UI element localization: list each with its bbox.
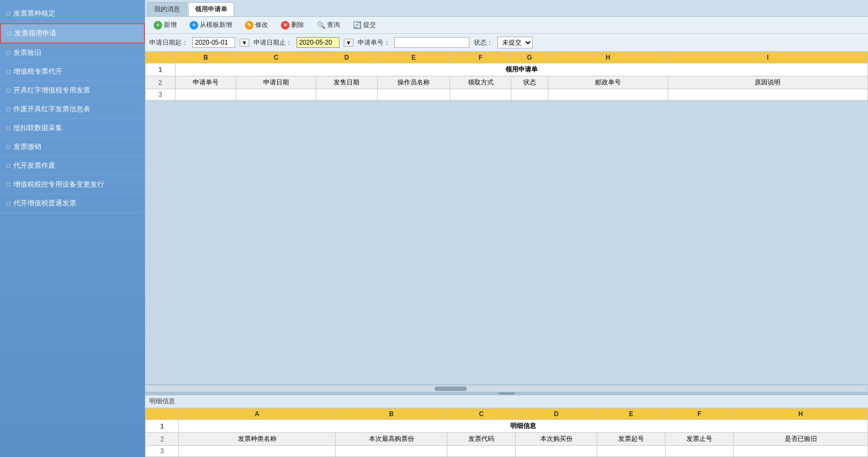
hscroll-track[interactable] bbox=[147, 387, 866, 391]
detail-row-num-3: 3 bbox=[146, 446, 179, 457]
folder-icon: □ bbox=[6, 143, 10, 151]
col-header-sale-date: 发售日期 bbox=[316, 76, 377, 89]
start-date-input[interactable] bbox=[192, 37, 235, 48]
detail-cell-start bbox=[597, 446, 666, 457]
col-d-header: D bbox=[316, 52, 377, 63]
end-date-input[interactable] bbox=[296, 37, 339, 48]
sidebar-item-red-invoice[interactable]: □ 开具红字增值税专用发票 bbox=[0, 81, 145, 100]
hscroll-thumb[interactable] bbox=[435, 387, 467, 391]
folder-icon: □ bbox=[6, 162, 10, 169]
edit-button[interactable]: ✎ 修改 bbox=[241, 19, 272, 31]
col-b-header: B bbox=[175, 52, 236, 63]
detail-col-header-type: 发票种类名称 bbox=[179, 433, 335, 446]
detail-col-header-start: 发票起号 bbox=[597, 433, 666, 446]
tab-apply-form[interactable]: 领用申请单 bbox=[188, 2, 234, 16]
main-table-title: 领用申请单 bbox=[175, 63, 867, 76]
tab-bar: 我的消息 领用申请单 bbox=[145, 0, 868, 17]
col-i-header: I bbox=[668, 52, 867, 63]
sidebar-item-deduction[interactable]: □ 抵扣联数据采集 bbox=[0, 119, 145, 138]
cell-operator bbox=[377, 89, 450, 101]
submit-button[interactable]: 🔄 提交 bbox=[349, 19, 380, 31]
edit-icon: ✎ bbox=[245, 21, 254, 30]
start-date-label: 申请日期起： bbox=[149, 38, 188, 47]
col-index-header bbox=[146, 52, 176, 63]
search-icon: 🔍 bbox=[317, 21, 326, 29]
row-num-2: 2 bbox=[146, 76, 176, 89]
main-table: B C D E F G H I 1 领用申请单 bbox=[145, 52, 868, 101]
detail-col-h: H bbox=[734, 409, 868, 420]
detail-col-index bbox=[146, 409, 179, 420]
detail-table-row[interactable]: 3 bbox=[146, 446, 868, 457]
detail-table-title: 明细信息 bbox=[179, 420, 868, 433]
sidebar-item-invoice-inspect[interactable]: □ 发票验旧 bbox=[0, 44, 145, 62]
detail-cell-type bbox=[179, 446, 335, 457]
sidebar-item-invoice-apply[interactable]: □ 发票领用申请 bbox=[0, 23, 145, 44]
cell-postal bbox=[548, 89, 668, 101]
cell-apply-no bbox=[175, 89, 236, 101]
add-icon: + bbox=[154, 21, 162, 30]
sidebar-item-invoice-cancel[interactable]: □ 发票缴销 bbox=[0, 138, 145, 156]
col-header-postal: 邮政单号 bbox=[548, 76, 668, 89]
detail-cell-end bbox=[666, 446, 734, 457]
detail-header-row: 2 发票种类名称 本次最高购票份 发票代码 本次购买份 发票起号 发票止号 是否… bbox=[146, 433, 868, 446]
delete-button[interactable]: ✕ 删除 bbox=[277, 19, 308, 31]
row-num-1: 1 bbox=[146, 63, 176, 76]
hscroll-area[interactable] bbox=[145, 384, 868, 392]
start-date-picker[interactable]: ▼ bbox=[240, 39, 249, 47]
col-header-operator: 操作员名称 bbox=[377, 76, 450, 89]
cell-apply-date bbox=[236, 89, 316, 101]
detail-col-d: D bbox=[516, 409, 597, 420]
add-template-button[interactable]: + 从模板新增 bbox=[185, 19, 236, 31]
detail-cell-code bbox=[447, 446, 516, 457]
detail-col-header-buy: 本次购买份 bbox=[516, 433, 597, 446]
detail-cell-max bbox=[335, 446, 447, 457]
col-h-header: H bbox=[548, 52, 668, 63]
detail-row-num-2: 2 bbox=[146, 433, 179, 446]
content-area: B C D E F G H I 1 领用申请单 bbox=[145, 52, 868, 457]
add-button[interactable]: + 新增 bbox=[149, 19, 181, 31]
table-title-row: 1 领用申请单 bbox=[146, 63, 868, 76]
apply-no-input[interactable] bbox=[394, 37, 469, 48]
detail-col-header-code: 发票代码 bbox=[447, 433, 516, 446]
sidebar: □ 发票票种核定 □ 发票领用申请 □ 发票验旧 □ 增值税专票代开 □ 开具红… bbox=[0, 0, 145, 457]
detail-col-header-end: 发票止号 bbox=[666, 433, 734, 446]
folder-icon: □ bbox=[6, 181, 10, 188]
col-g-header: G bbox=[511, 52, 548, 63]
sidebar-item-invoice-type[interactable]: □ 发票票种核定 bbox=[0, 4, 145, 23]
sidebar-item-vat-device[interactable]: □ 增值税税控专用设备变更发行 bbox=[0, 175, 145, 194]
folder-icon: □ bbox=[8, 30, 11, 37]
folder-icon: □ bbox=[6, 68, 10, 75]
detail-table: A B C D E F H 1 明细信息 bbox=[145, 408, 868, 457]
end-date-picker[interactable]: ▼ bbox=[344, 39, 353, 47]
folder-icon: □ bbox=[6, 105, 10, 113]
status-label: 状态： bbox=[474, 38, 493, 47]
folder-icon: □ bbox=[6, 199, 10, 207]
detail-col-c: C bbox=[447, 409, 516, 420]
tab-my-message[interactable]: 我的消息 bbox=[147, 2, 187, 16]
folder-icon: □ bbox=[6, 124, 10, 132]
detail-col-header-max: 本次最高购票份 bbox=[335, 433, 447, 446]
sidebar-item-proxy-common[interactable]: □ 代开增值税普通发票 bbox=[0, 194, 145, 213]
detail-cell-inspected bbox=[734, 446, 868, 457]
end-date-label: 申请日期止： bbox=[254, 38, 292, 47]
table-header-row: 2 申请单号 申请日期 发售日期 操作员名称 领取方式 状态 邮政单号 原因说明 bbox=[146, 76, 868, 89]
detail-cell-buy bbox=[516, 446, 597, 457]
sidebar-item-proxy-void[interactable]: □ 代开发票作废 bbox=[0, 156, 145, 175]
col-header-apply-no: 申请单号 bbox=[175, 76, 236, 89]
table-row[interactable]: 3 bbox=[146, 89, 868, 101]
detail-section-label: 明细信息 bbox=[145, 395, 868, 408]
col-header-pickup: 领取方式 bbox=[450, 76, 511, 89]
folder-icon: □ bbox=[6, 10, 10, 17]
folder-icon: □ bbox=[6, 87, 10, 94]
detail-table-container: A B C D E F H 1 明细信息 bbox=[145, 408, 868, 457]
sidebar-item-red-info[interactable]: □ 作废开具红字发票信息表 bbox=[0, 100, 145, 119]
detail-col-a: A bbox=[179, 409, 335, 420]
detail-title-row: 1 明细信息 bbox=[146, 420, 868, 433]
query-button[interactable]: 🔍 查询 bbox=[313, 19, 344, 31]
sidebar-item-vat-invoice[interactable]: □ 增值税专票代开 bbox=[0, 62, 145, 81]
folder-icon: □ bbox=[6, 49, 10, 56]
col-f-header: F bbox=[450, 52, 511, 63]
detail-row-num-1: 1 bbox=[146, 420, 179, 433]
main-table-container: B C D E F G H I 1 领用申请单 bbox=[145, 52, 868, 384]
status-select[interactable]: 未提交 已提交 已审核 全部 bbox=[497, 37, 533, 48]
